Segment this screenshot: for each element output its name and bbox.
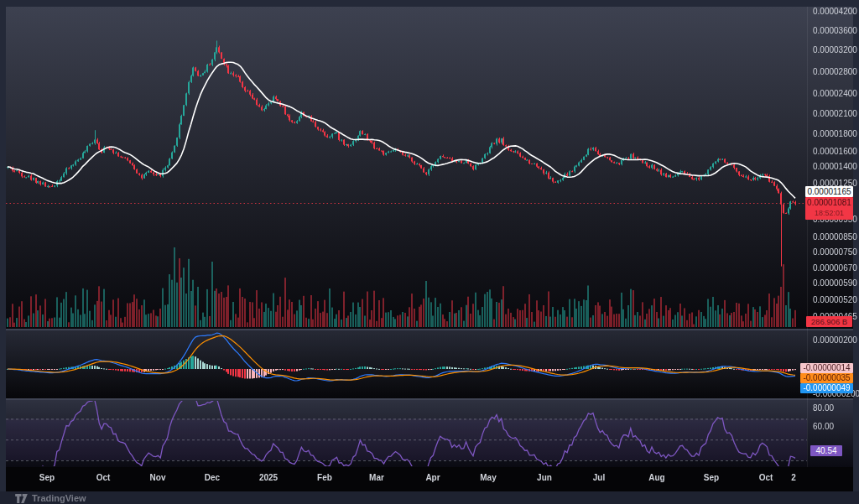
tradingview-logo[interactable]: TradingView [15, 492, 86, 504]
tradingview-chart-window: 0.000042000.000036000.000032000.00002800… [0, 0, 859, 504]
tradingview-logo-text: TradingView [32, 493, 86, 503]
tradingview-logo-icon [15, 494, 28, 503]
chart-canvas[interactable] [0, 0, 859, 504]
